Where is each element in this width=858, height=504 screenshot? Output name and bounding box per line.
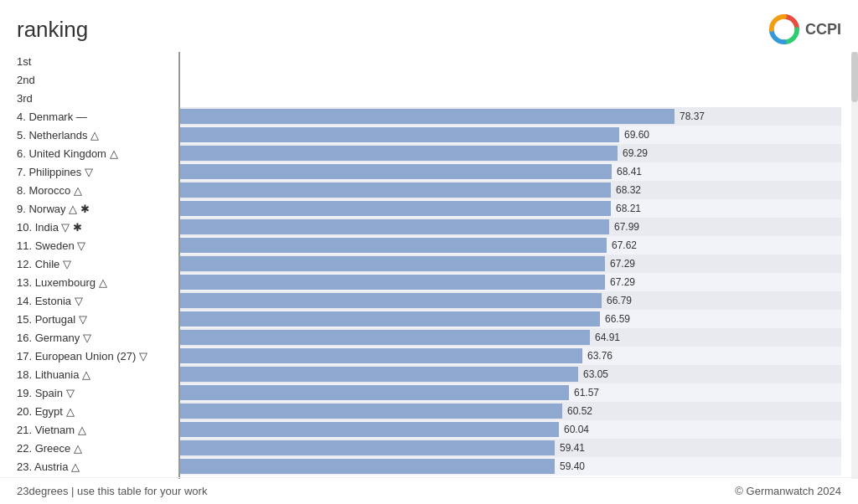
- bar-value: 68.41: [617, 166, 642, 177]
- bar-row-17: 63.76: [180, 347, 841, 365]
- bar-value: 69.29: [623, 147, 648, 159]
- rank-label-5: 5. Netherlands △: [17, 126, 178, 144]
- rank-label-21: 21. Vietnam △: [17, 420, 178, 439]
- bar-row-9: 68.21: [180, 199, 841, 218]
- bar-fill: [180, 146, 618, 161]
- logo: CCPI: [768, 13, 841, 45]
- bar-fill: [180, 238, 607, 253]
- bar-fill: [180, 183, 611, 198]
- bar-value: 67.29: [610, 276, 635, 288]
- rank-label-23: 23. Austria △: [17, 457, 178, 476]
- rank-label-13: 13. Luxembourg △: [17, 273, 178, 291]
- bar-value: 66.79: [607, 295, 632, 306]
- bar-row-7: 68.41: [180, 162, 841, 181]
- bar-value: 67.29: [610, 258, 635, 270]
- bar-fill: [180, 127, 619, 142]
- bar-fill: [180, 422, 559, 437]
- bar-fill: [180, 459, 555, 474]
- bar-value: 67.99: [614, 221, 639, 233]
- bar-row-4: 78.37: [180, 107, 841, 126]
- rank-label-12: 12. Chile ▽: [17, 255, 178, 273]
- bar-value: 61.57: [574, 387, 599, 399]
- rank-top-3: 3rd: [17, 89, 178, 107]
- main-content: 1st2nd3rd4. Denmark —5. Netherlands △6. …: [0, 52, 858, 479]
- bar-value: 69.60: [624, 129, 649, 141]
- logo-text: CCPI: [805, 21, 841, 39]
- page-title: ranking: [17, 17, 88, 43]
- bar-fill: [180, 256, 605, 271]
- rank-label-16: 16. Germany ▽: [17, 328, 178, 347]
- rank-label-14: 14. Estonia ▽: [17, 291, 178, 310]
- bar-row-10: 67.99: [180, 218, 841, 236]
- rank-label-15: 15. Portugal ▽: [17, 310, 178, 328]
- bar-row-22: 59.41: [180, 439, 841, 457]
- bar-fill: [180, 201, 611, 216]
- rank-label-20: 20. Egypt △: [17, 402, 178, 420]
- bar-top-1: [180, 52, 841, 70]
- rank-label-19: 19. Spain ▽: [17, 383, 178, 402]
- bar-row-21: 60.04: [180, 420, 841, 439]
- bar-row-15: 66.59: [180, 310, 841, 328]
- bar-value: 66.59: [605, 313, 630, 325]
- bar-fill: [180, 109, 675, 124]
- scrollbar-thumb[interactable]: [851, 52, 858, 102]
- bar-value: 67.62: [612, 239, 637, 251]
- bar-row-12: 67.29: [180, 255, 841, 273]
- bar-fill: [180, 293, 602, 308]
- rank-label-10: 10. India ▽ ✱: [17, 218, 178, 236]
- rank-top-1: 1st: [17, 52, 178, 70]
- bar-fill: [180, 440, 555, 455]
- bar-row-13: 67.29: [180, 273, 841, 291]
- bar-row-23: 59.40: [180, 457, 841, 476]
- bar-value: 68.21: [616, 203, 641, 214]
- bar-row-20: 60.52: [180, 402, 841, 420]
- bar-fill: [180, 385, 569, 400]
- bar-value: 60.52: [567, 405, 592, 417]
- bars-column: 78.3769.6069.2968.4168.3268.2167.9967.62…: [180, 52, 841, 479]
- ccpi-logo-icon: [768, 13, 800, 45]
- bar-row-14: 66.79: [180, 291, 841, 310]
- bar-fill: [180, 219, 609, 234]
- bar-row-16: 64.91: [180, 328, 841, 347]
- rank-label-8: 8. Morocco △: [17, 181, 178, 199]
- footer-left: 23degrees | use this table for your work: [17, 485, 207, 497]
- bar-fill: [180, 348, 582, 363]
- left-labels-column: 1st2nd3rd4. Denmark —5. Netherlands △6. …: [17, 52, 180, 479]
- bar-fill: [180, 404, 562, 419]
- rank-label-9: 9. Norway △ ✱: [17, 199, 178, 218]
- rank-label-6: 6. United Kingdom △: [17, 144, 178, 162]
- bar-fill: [180, 367, 578, 382]
- bar-value: 64.91: [595, 332, 620, 343]
- bar-value: 59.41: [560, 442, 585, 454]
- bar-row-8: 68.32: [180, 181, 841, 199]
- bar-fill: [180, 275, 605, 290]
- rank-label-22: 22. Greece △: [17, 439, 178, 457]
- bar-row-11: 67.62: [180, 236, 841, 255]
- bar-row-6: 69.29: [180, 144, 841, 162]
- bar-row-19: 61.57: [180, 383, 841, 402]
- scrollbar-track[interactable]: [851, 52, 858, 479]
- rank-label-7: 7. Philippines ▽: [17, 162, 178, 181]
- rank-label-18: 18. Lithuania △: [17, 365, 178, 383]
- bar-value: 63.05: [583, 368, 608, 380]
- rank-label-11: 11. Sweden ▽: [17, 236, 178, 255]
- header: ranking CCPI: [0, 0, 858, 52]
- bar-top-3: [180, 89, 841, 107]
- bar-value: 78.37: [680, 111, 705, 122]
- footer-right: © Germanwatch 2024: [735, 485, 841, 497]
- bar-value: 68.32: [616, 184, 641, 196]
- bar-row-5: 69.60: [180, 126, 841, 144]
- bar-row-18: 63.05: [180, 365, 841, 383]
- rank-label-4: 4. Denmark —: [17, 107, 178, 126]
- bar-fill: [180, 164, 612, 179]
- bar-top-2: [180, 70, 841, 89]
- rank-top-2: 2nd: [17, 70, 178, 89]
- bar-value: 59.40: [560, 460, 585, 472]
- footer: 23degrees | use this table for your work…: [0, 477, 858, 504]
- bar-fill: [180, 311, 600, 327]
- bar-value: 60.04: [564, 424, 589, 435]
- rank-label-17: 17. European Union (27) ▽: [17, 347, 178, 365]
- bar-value: 63.76: [587, 350, 612, 362]
- bar-fill: [180, 330, 590, 345]
